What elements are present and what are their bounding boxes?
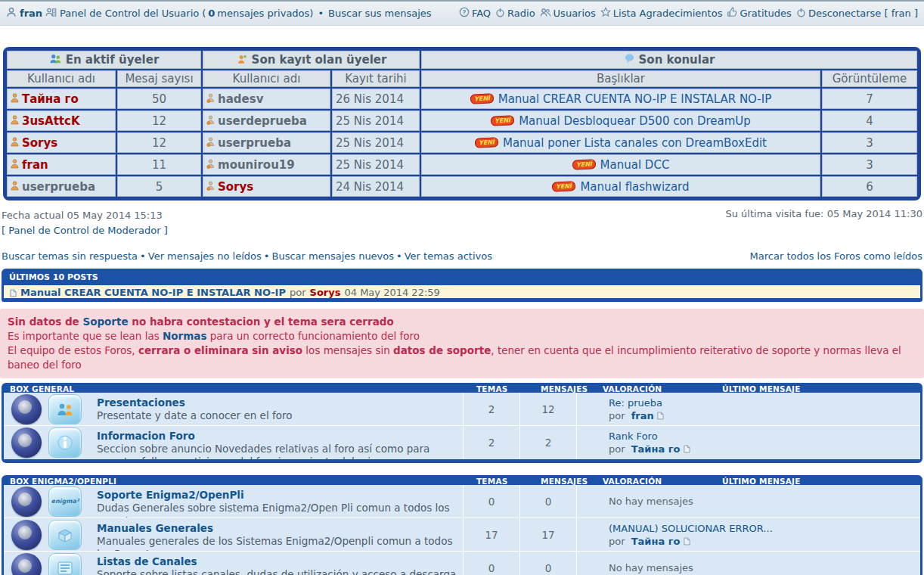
topic-link[interactable]: Manual DCC bbox=[600, 158, 670, 172]
pm-count: 0 bbox=[208, 8, 215, 19]
topic-views: 3 bbox=[822, 154, 917, 175]
active-user-cell: Тайна го bbox=[7, 89, 116, 109]
goto-last-post-icon[interactable] bbox=[657, 410, 664, 423]
search-own-posts-link[interactable]: Buscar sus mensajes bbox=[328, 8, 431, 19]
last-post-link[interactable]: Rank Foro bbox=[609, 430, 658, 442]
latest-post-link[interactable]: Manual CREAR CUENTA NO-IP E INSTALAR NO-… bbox=[20, 287, 286, 298]
last-visit-text: Su última visita fue: 05 May 2014 11:30 bbox=[725, 208, 922, 219]
by-label: por bbox=[609, 410, 625, 421]
mcp-link[interactable]: [ Panel de Control de Moderador ] bbox=[2, 225, 168, 236]
forum-topic-count: 0 bbox=[463, 552, 519, 575]
topic-cell: YENİManual CREAR CUENTA NO-IP E INSTALAR… bbox=[421, 89, 820, 109]
by-label: por bbox=[609, 443, 625, 455]
soporte-link[interactable]: Soporte bbox=[82, 315, 128, 328]
last-post-link[interactable]: Re: prueba bbox=[609, 397, 662, 409]
forum-description: Seccion sobre anuncio Novedades relativa… bbox=[97, 443, 457, 459]
gratitudes-link[interactable]: Gratitudes bbox=[727, 7, 791, 20]
forum-last-post: No hay mensajes bbox=[576, 485, 920, 518]
forum-link[interactable]: Listas de Canales bbox=[97, 555, 197, 567]
forum-last-post: (MANUAL) SOLUCIONAR ERROR... por Тайна г… bbox=[576, 518, 920, 551]
new-username-link[interactable]: mounirou19 bbox=[218, 158, 295, 172]
ucp-link[interactable]: Panel de Control del Usuario bbox=[60, 8, 199, 19]
active-user-cell: Sorys bbox=[7, 132, 116, 153]
last-post-author-link[interactable]: Тайна го bbox=[631, 443, 681, 455]
thanks-list-link[interactable]: Lista Agradecimientos bbox=[600, 7, 723, 20]
forum-post-count: 12 bbox=[519, 393, 576, 425]
active-user-cell: fran bbox=[7, 154, 116, 175]
col-label-ultimo-mensaje: ÚLTIMO MENSAJE bbox=[722, 384, 801, 393]
mark-forums-read-link[interactable]: Marcar todos los Foros como leídos bbox=[750, 250, 922, 262]
member-icon bbox=[11, 136, 19, 150]
new-username-link[interactable]: userprueba bbox=[218, 136, 291, 150]
active-username-link[interactable]: 3usAttcK bbox=[22, 114, 80, 128]
forum-status-icon: enigma² bbox=[48, 486, 82, 517]
active-username-link[interactable]: Тайна го bbox=[22, 92, 79, 106]
view-active-link[interactable]: Ver temas activos bbox=[405, 250, 492, 262]
col-label-mensajes: MENSAJES bbox=[541, 477, 588, 485]
member-icon bbox=[11, 158, 19, 172]
topic-link[interactable]: Manual CREAR CUENTA NO-IP E INSTALAR NO-… bbox=[498, 92, 772, 106]
last-post-author-link[interactable]: fran bbox=[631, 410, 654, 421]
forum-link[interactable]: Manuales Generales bbox=[97, 522, 213, 534]
forum-description: Presentate y date a conocer en el foro bbox=[97, 409, 457, 422]
latest-post-author-link[interactable]: Sorys bbox=[310, 287, 341, 298]
forum-link[interactable]: Presentaciones bbox=[97, 396, 185, 409]
logout-link[interactable]: Desconectarse [ fran ] bbox=[796, 8, 918, 20]
separator-bullet: • bbox=[394, 250, 405, 262]
topic-link[interactable]: Manual poner Lista canales con DreamBoxE… bbox=[503, 136, 767, 150]
topic-link[interactable]: Manual Desbloquear D500 con DreamUp bbox=[519, 114, 751, 128]
faq-link[interactable]: ? FAQ bbox=[459, 7, 491, 20]
col-label-temas: TEMAS bbox=[476, 477, 507, 485]
forum-description: Manuales generales de los Sistemas Enigm… bbox=[97, 535, 457, 551]
new-user-cell: hadesv bbox=[203, 89, 330, 109]
forum-post-count: 2 bbox=[519, 426, 576, 459]
col-header-username-new: Kullanıcı adı bbox=[203, 70, 330, 87]
active-user-cell: 3usAttcK bbox=[7, 110, 116, 131]
top-navigation-bar: fran Panel de Control del Usuario (0 men… bbox=[0, 0, 924, 26]
latest-post-date: 04 May 2014 22:59 bbox=[344, 287, 439, 298]
topic-cell: YENİManual poner Lista canales con Dream… bbox=[421, 132, 820, 153]
forum-orb-icon bbox=[11, 553, 42, 575]
members-link[interactable]: Usuarios bbox=[540, 8, 596, 20]
active-username-link[interactable]: fran bbox=[22, 158, 48, 172]
message-count: 12 bbox=[117, 132, 201, 153]
by-label: por bbox=[290, 287, 306, 298]
forum-orb-icon bbox=[11, 427, 42, 458]
section-title: BOX ENIGMA2/OPENPLI bbox=[10, 477, 116, 485]
active-username-link[interactable]: userprueba bbox=[22, 180, 95, 194]
separator-bullet: • bbox=[316, 8, 325, 19]
goto-last-post-icon[interactable] bbox=[684, 443, 690, 456]
last-post-link[interactable]: (MANUAL) SOLUCIONAR ERROR... bbox=[609, 523, 773, 534]
new-username-link[interactable]: Sorys bbox=[218, 180, 253, 194]
separator-bullet: • bbox=[262, 250, 272, 262]
by-label: por bbox=[609, 536, 625, 547]
radio-link[interactable]: Radio bbox=[495, 8, 535, 20]
forum-link[interactable]: Informacion Foro bbox=[97, 430, 195, 442]
new-badge: YENİ bbox=[572, 159, 596, 170]
normas-link[interactable]: Normas bbox=[163, 330, 206, 342]
message-count: 11 bbox=[117, 154, 201, 175]
view-unread-link[interactable]: Ver mensajes no leídos bbox=[148, 250, 262, 262]
goto-last-post-icon[interactable] bbox=[684, 536, 690, 549]
private-messages-link[interactable]: (0 mensajes privados) bbox=[202, 8, 313, 19]
forum-row-manuales-generales: Manuales Generales Manuales generales de… bbox=[4, 518, 920, 552]
message-count: 12 bbox=[117, 110, 201, 131]
notice-line-2: Es importante que se lean las Normas par… bbox=[8, 329, 916, 343]
new-badge: YENİ bbox=[475, 137, 499, 148]
col-header-reg-date: Kayıt tarihi bbox=[332, 70, 420, 87]
last-post-author-link[interactable]: Тайна го bbox=[631, 536, 681, 547]
new-members-group-header: Son kayıt olan üyeler bbox=[203, 51, 420, 69]
new-user-cell: userprueba bbox=[203, 132, 330, 153]
forum-row-presentaciones: Presentaciones Presentate y date a conoc… bbox=[4, 393, 920, 426]
search-new-link[interactable]: Buscar mensajes nuevos bbox=[271, 250, 394, 262]
new-member-icon bbox=[206, 180, 215, 194]
no-messages-text: No hay mensajes bbox=[609, 555, 916, 574]
new-username-link[interactable]: userdeprueba bbox=[218, 114, 307, 128]
search-unanswered-link[interactable]: Buscar temas sin respuesta bbox=[2, 250, 138, 262]
new-user-cell: Sorys bbox=[203, 176, 330, 197]
forum-link[interactable]: Soporte Enigma2/OpenPli bbox=[97, 489, 244, 501]
topic-link[interactable]: Manual flashwizard bbox=[580, 180, 689, 194]
col-label-valoracion: VALORACIÓN bbox=[603, 477, 662, 485]
new-username-link[interactable]: hadesv bbox=[218, 92, 263, 106]
active-username-link[interactable]: Sorys bbox=[22, 136, 57, 150]
